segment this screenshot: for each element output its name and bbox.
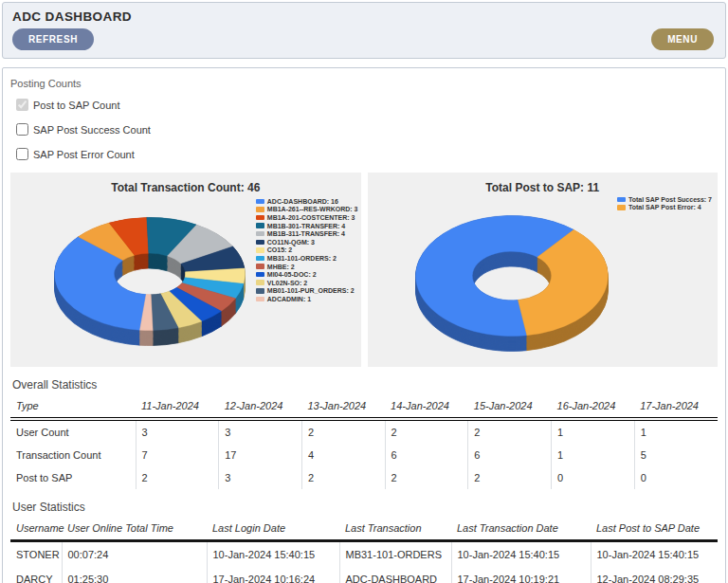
table-cell: 2 xyxy=(301,419,385,444)
header-bar: ADC DASHBOARD REFRESH MENU xyxy=(2,2,726,59)
legend-label: Total SAP Post Success: 7 xyxy=(628,196,712,203)
legend-swatch xyxy=(256,231,264,237)
menu-button[interactable]: MENU xyxy=(651,28,714,50)
chart-legend: ADC-DASHBOARD: 16MB1A-261--RES-WRKORD: 3… xyxy=(256,197,358,303)
legend-item: MB1A-201-COSTCENTER: 3 xyxy=(256,213,358,222)
legend-label: MB01-101-PUR_ORDERS: 2 xyxy=(267,287,355,294)
table-cell: User Count xyxy=(10,419,136,444)
legend-label: MB1B-311-TRANSFER: 4 xyxy=(267,230,345,237)
column-header: 11-Jan-2024 xyxy=(136,397,219,419)
table-cell: 3 xyxy=(136,419,219,444)
legend-label: CO15: 2 xyxy=(267,246,292,253)
legend-label: MB1A-201-COSTCENTER: 3 xyxy=(267,214,355,221)
table-cell: 1 xyxy=(552,444,635,466)
legend-item: MI04-05-DOC: 2 xyxy=(256,270,358,279)
table-cell: MB31-101-ORDERS xyxy=(339,541,451,568)
table-cell: 1 xyxy=(552,419,635,444)
posting-counts-label: Posting Counts xyxy=(10,78,718,89)
legend-item: Total SAP Post Success: 7 xyxy=(617,195,712,204)
legend-item: ADCADMIN: 1 xyxy=(256,295,358,303)
column-header: 12-Jan-2024 xyxy=(219,397,302,419)
checkbox-row: SAP Post Success Count xyxy=(16,123,718,136)
legend-swatch xyxy=(256,280,264,285)
refresh-button[interactable]: REFRESH xyxy=(12,28,94,50)
table-row: User Count3322211 xyxy=(10,419,718,444)
transaction-count-chart-panel: Total Transaction Count: 46 ADC-DASHBOAR… xyxy=(10,173,361,367)
table-cell: 10-Jan-2024 15:40:15 xyxy=(451,541,591,568)
legend-label: Total SAP Post Error: 4 xyxy=(628,204,701,210)
legend-label: MI04-05-DOC: 2 xyxy=(267,271,317,278)
table-cell: 0 xyxy=(634,466,718,489)
user-statistics-table: UsernameUser Online Total TimeLast Login… xyxy=(10,519,718,583)
column-header: Username xyxy=(10,519,62,541)
column-header: 16-Jan-2024 xyxy=(552,397,635,419)
table-cell: DARCY xyxy=(10,567,62,583)
checkbox-label: SAP Post Error Count xyxy=(33,149,135,160)
legend-swatch xyxy=(256,256,264,262)
table-cell: 6 xyxy=(468,444,552,466)
charts-row: Total Transaction Count: 46 ADC-DASHBOAR… xyxy=(10,173,718,367)
legend-item: ADC-DASHBOARD: 16 xyxy=(256,197,358,206)
legend-item: Total SAP Post Error: 4 xyxy=(617,204,712,212)
overall-statistics-table: Type11-Jan-202412-Jan-202413-Jan-202414-… xyxy=(10,397,718,489)
column-header: 14-Jan-2024 xyxy=(385,397,468,419)
page-title: ADC DASHBOARD xyxy=(12,9,714,24)
overall-statistics-heading: Overall Statistics xyxy=(12,378,718,392)
checkbox-row: SAP Post Error Count xyxy=(16,148,718,160)
checkbox-sap-post-error-count[interactable] xyxy=(16,148,28,160)
column-header: User Online Total Time xyxy=(62,519,207,541)
table-row: STONER00:07:2410-Jan-2024 15:40:15MB31-1… xyxy=(10,541,718,568)
table-cell: 2 xyxy=(301,466,385,489)
legend-item: MB1B-301-TRANSFER: 4 xyxy=(256,222,358,230)
table-cell: 01:25:30 xyxy=(62,567,207,583)
table-row: Transaction Count71746615 xyxy=(10,444,718,466)
table-cell: 1 xyxy=(634,419,718,444)
table-cell: 2 xyxy=(385,466,468,489)
legend-item: MB01-101-PUR_ORDERS: 2 xyxy=(256,287,358,296)
legend-label: MB1A-261--RES-WRKORD: 3 xyxy=(267,206,358,212)
table-cell: Transaction Count xyxy=(10,444,136,466)
legend-item: MB31-101-ORDERS: 2 xyxy=(256,254,358,263)
legend-swatch xyxy=(256,207,264,212)
table-cell: ADC-DASHBOARD xyxy=(339,567,451,583)
column-header: Last Transaction Date xyxy=(451,519,591,541)
table-cell: 17 xyxy=(219,444,302,466)
legend-swatch xyxy=(256,297,264,302)
table-cell: 7 xyxy=(136,444,219,466)
table-cell: 3 xyxy=(219,466,302,489)
legend-swatch xyxy=(256,247,264,253)
legend-swatch xyxy=(256,199,264,205)
column-header: 17-Jan-2024 xyxy=(634,397,718,419)
legend-label: ADC-DASHBOARD: 16 xyxy=(267,198,338,205)
legend-label: MB31-101-ORDERS: 2 xyxy=(267,255,337,262)
table-row: Post to SAP2322200 xyxy=(10,466,718,489)
legend-swatch xyxy=(617,205,626,210)
checkbox-post-to-sap-count[interactable] xyxy=(16,99,28,111)
post-to-sap-chart-panel: Total Post to SAP: 11 Total SAP Post Suc… xyxy=(368,173,719,367)
table-cell: 00:07:24 xyxy=(62,541,207,568)
legend-swatch xyxy=(256,288,264,294)
legend-label: MB1B-301-TRANSFER: 4 xyxy=(267,223,345,229)
table-header-row: Type11-Jan-202412-Jan-202413-Jan-202414-… xyxy=(10,397,718,419)
main-panel: Posting Counts Post to SAP CountSAP Post… xyxy=(2,67,726,583)
header-actions: REFRESH MENU xyxy=(12,28,714,50)
posting-counts-checkbox-group: Post to SAP CountSAP Post Success CountS… xyxy=(10,99,718,160)
table-cell: 17-Jan-2024 10:16:24 xyxy=(207,567,339,583)
dashboard-page: ADC DASHBOARD REFRESH MENU Posting Count… xyxy=(2,2,726,583)
legend-swatch xyxy=(256,272,264,278)
legend-item: VL02N-SO: 2 xyxy=(256,279,358,287)
table-cell: 2 xyxy=(136,466,219,489)
table-cell: 6 xyxy=(385,444,468,466)
table-cell: 10-Jan-2024 15:40:15 xyxy=(591,541,718,568)
table-cell: 3 xyxy=(219,419,302,444)
table-cell: 2 xyxy=(468,419,552,444)
table-row: DARCY01:25:3017-Jan-2024 10:16:24ADC-DAS… xyxy=(10,567,718,583)
legend-label: ADCADMIN: 1 xyxy=(267,296,311,302)
table-cell: STONER xyxy=(10,541,62,568)
column-header: 15-Jan-2024 xyxy=(468,397,552,419)
legend-swatch xyxy=(256,215,264,221)
checkbox-sap-post-success-count[interactable] xyxy=(16,123,28,136)
column-header: Type xyxy=(10,397,136,419)
legend-item: MB1A-261--RES-WRKORD: 3 xyxy=(256,206,358,214)
legend-item: CO11N-QGM: 3 xyxy=(256,238,358,246)
